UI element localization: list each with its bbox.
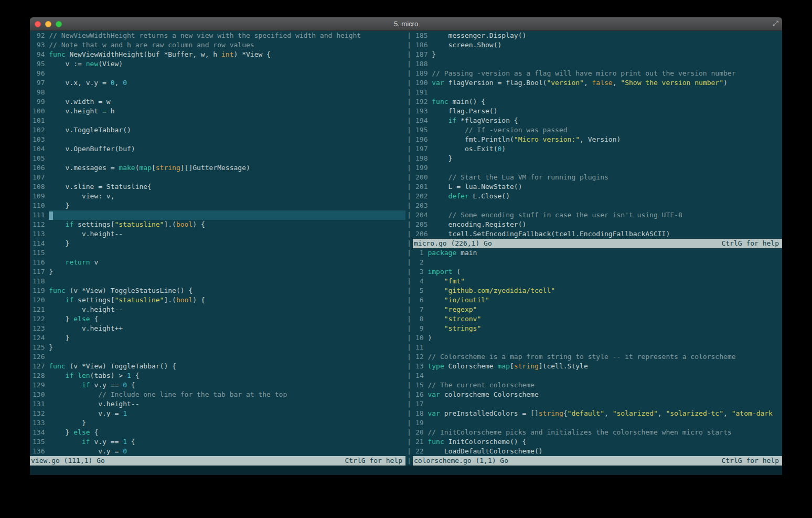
code-row[interactable]: 196 fmt.Println("Micro version:", Versio… <box>413 135 782 144</box>
code-row[interactable]: 21func InitColorscheme() { <box>413 437 782 447</box>
code-row[interactable]: 113 v.height-- <box>30 229 405 239</box>
code-row[interactable]: 191 <box>413 88 782 97</box>
split-divider[interactable]: ||||||||||||||||||||||||||||||||||||||||… <box>405 31 413 466</box>
code-row[interactable]: 3import ( <box>413 267 782 277</box>
code-row[interactable]: 98 <box>30 88 405 97</box>
code-row[interactable]: 135 if v.y == 1 { <box>30 437 405 447</box>
code-row[interactable]: 102 v.ToggleTabbar() <box>30 125 405 135</box>
code-row[interactable]: 103 <box>30 135 405 144</box>
code-row[interactable]: 204 // Some encoding stuff in case the u… <box>413 210 782 220</box>
code-row[interactable]: 10) <box>413 333 782 343</box>
titlebar[interactable]: 5. micro ⤢ <box>30 17 782 31</box>
code-row[interactable]: 125} <box>30 343 405 352</box>
minimize-button[interactable] <box>45 21 51 27</box>
code-row[interactable]: 200 // Start the Lua VM for running plug… <box>413 173 782 182</box>
code-row[interactable]: 119func (v *View) ToggleStatusLine() { <box>30 286 405 295</box>
pane-view-go[interactable]: 92// NewViewWidthHeight returns a new vi… <box>30 31 405 456</box>
code-row[interactable]: 16var colorscheme Colorscheme <box>413 390 782 399</box>
code-row[interactable]: 112 if settings["statusline"].(bool) { <box>30 220 405 229</box>
code-row[interactable]: 192func main() { <box>413 97 782 107</box>
code-row[interactable]: 15// The current colorscheme <box>413 380 782 390</box>
code-row[interactable]: 101 <box>30 116 405 125</box>
code-row[interactable]: 193 flag.Parse() <box>413 107 782 116</box>
code-row[interactable]: 127func (v *View) ToggleTabbar() { <box>30 362 405 371</box>
code-row[interactable]: 128 if len(tabs) > 1 { <box>30 371 405 380</box>
code-row[interactable]: 118 <box>30 277 405 286</box>
code-row[interactable]: 104 v.OpenBuffer(buf) <box>30 144 405 154</box>
code-row[interactable]: 126 <box>30 352 405 362</box>
code-row[interactable]: 190var flagVersion = flag.Bool("version"… <box>413 78 782 88</box>
code-row[interactable]: 13type Colorscheme map[string]tcell.Styl… <box>413 362 782 371</box>
code-row[interactable]: 5 "github.com/zyedidia/tcell" <box>413 286 782 295</box>
code-row[interactable]: 185 messenger.Display() <box>413 31 782 40</box>
code-row[interactable]: 114 } <box>30 239 405 248</box>
code-row[interactable]: 129 if v.y == 0 { <box>30 380 405 390</box>
code-row[interactable]: 110 } <box>30 201 405 210</box>
code-row[interactable]: 206 tcell.SetEncodingFallback(tcell.Enco… <box>413 229 782 239</box>
code-row[interactable]: 100 v.height = h <box>30 107 405 116</box>
code-row[interactable]: 122 } else { <box>30 314 405 324</box>
code-row[interactable]: 115 <box>30 248 405 258</box>
code-row[interactable]: 116 return v <box>30 258 405 267</box>
code-row[interactable]: 199 <box>413 163 782 173</box>
code-row[interactable]: 106 v.messages = make(map[string][]Gutte… <box>30 163 405 173</box>
code-row[interactable]: 205 encoding.Register() <box>413 220 782 229</box>
pane-colorscheme-go[interactable]: 1package main23import (4 "fmt"5 "github.… <box>413 248 782 456</box>
code-row[interactable]: 201 L = lua.NewState() <box>413 182 782 192</box>
pane-micro-go[interactable]: 185 messenger.Display()186 screen.Show()… <box>413 31 782 239</box>
code-row[interactable]: 12// Colorscheme is a map from string to… <box>413 352 782 362</box>
code-row[interactable]: 92// NewViewWidthHeight returns a new vi… <box>30 31 405 40</box>
code-row[interactable]: 19 <box>413 418 782 428</box>
code-row[interactable]: 189// Passing -version as a flag will ha… <box>413 69 782 78</box>
code-row[interactable]: 105 <box>30 154 405 163</box>
close-button[interactable] <box>35 21 41 27</box>
code-row[interactable]: 136 v.y = 0 <box>30 447 405 456</box>
code-row[interactable]: 14 <box>413 371 782 380</box>
code-row[interactable]: 8 "strconv" <box>413 314 782 324</box>
code-row[interactable]: 194 if *flagVersion { <box>413 116 782 125</box>
code-row[interactable]: 17 <box>413 399 782 409</box>
code-row[interactable]: 11 <box>413 343 782 352</box>
code-row[interactable]: 187} <box>413 50 782 59</box>
code-row[interactable]: 99 v.width = w <box>30 97 405 107</box>
fullscreen-icon[interactable]: ⤢ <box>773 19 778 28</box>
code-row[interactable]: 111 <box>30 210 405 220</box>
code-row[interactable]: 108 v.sline = Statusline{ <box>30 182 405 192</box>
code-row[interactable]: 1package main <box>413 248 782 258</box>
code-row[interactable]: 96 <box>30 69 405 78</box>
code-row[interactable]: 130 // Include one line for the tab bar … <box>30 390 405 399</box>
divider-glyph: | <box>405 352 413 362</box>
code-row[interactable]: 7 "regexp" <box>413 305 782 314</box>
code-row[interactable]: 195 // If -version was passed <box>413 125 782 135</box>
zoom-button[interactable] <box>56 21 62 27</box>
code-row[interactable]: 134 } else { <box>30 428 405 437</box>
code-row[interactable]: 18var preInstalledColors = []string{"def… <box>413 409 782 418</box>
code-row[interactable]: 197 os.Exit(0) <box>413 144 782 154</box>
code-row[interactable]: 121 v.height-- <box>30 305 405 314</box>
code-row[interactable]: 20// InitColorscheme picks and initializ… <box>413 428 782 437</box>
code-row[interactable]: 133 } <box>30 418 405 428</box>
code-row[interactable]: 94func NewViewWidthHeight(buf *Buffer, w… <box>30 50 405 59</box>
code-row[interactable]: 202 defer L.Close() <box>413 192 782 201</box>
code-row[interactable]: 124 } <box>30 333 405 343</box>
code-row[interactable]: 186 screen.Show() <box>413 40 782 50</box>
code-row[interactable]: 120 if settings["statusline"].(bool) { <box>30 295 405 305</box>
code-row[interactable]: 4 "fmt" <box>413 277 782 286</box>
code-row[interactable]: 131 v.height-- <box>30 399 405 409</box>
code-row[interactable]: 188 <box>413 59 782 69</box>
code-row[interactable]: 9 "strings" <box>413 324 782 333</box>
code-row[interactable]: 203 <box>413 201 782 210</box>
code-row[interactable]: 123 v.height++ <box>30 324 405 333</box>
code-row[interactable]: 107 <box>30 173 405 182</box>
code-row[interactable]: 132 v.y = 1 <box>30 409 405 418</box>
code-row[interactable]: 109 view: v, <box>30 192 405 201</box>
code-row[interactable]: 117} <box>30 267 405 277</box>
code-row[interactable]: 2 <box>413 258 782 267</box>
code-row[interactable]: 93// Note that w and h are raw column an… <box>30 40 405 50</box>
code-row[interactable]: 198 } <box>413 154 782 163</box>
code-row[interactable]: 95 v := new(View) <box>30 59 405 69</box>
code-row[interactable]: 22 LoadDefaultColorscheme() <box>413 447 782 456</box>
code-row[interactable]: 6 "io/ioutil" <box>413 295 782 305</box>
code-row[interactable]: 97 v.x, v.y = 0, 0 <box>30 78 405 88</box>
line-number: 204 <box>413 210 428 220</box>
